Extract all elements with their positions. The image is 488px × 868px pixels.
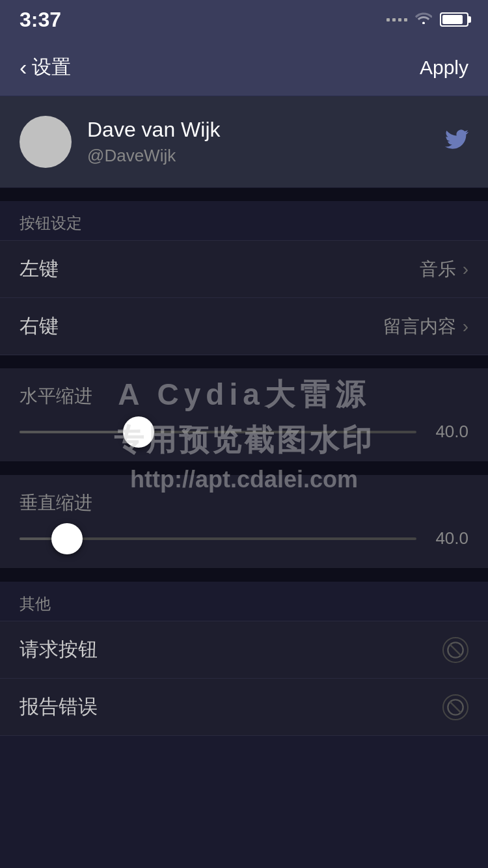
request-button-label: 请求按钮 — [20, 636, 98, 663]
battery-icon — [440, 12, 468, 27]
vertical-indent-row: 40.0 — [20, 528, 468, 549]
report-error-label: 报告错误 — [20, 694, 98, 720]
horizontal-indent-label: 水平缩进 — [20, 384, 468, 409]
right-key-label: 右键 — [20, 313, 59, 340]
left-key-value-container: 音乐 › — [420, 257, 468, 282]
left-key-chevron-icon: › — [463, 259, 468, 280]
others-header: 其他 — [0, 582, 488, 621]
right-key-item[interactable]: 右键 留言内容 › — [0, 298, 488, 355]
left-key-item[interactable]: 左键 音乐 › — [0, 241, 488, 298]
avatar — [20, 116, 72, 168]
vertical-indent-thumb[interactable] — [51, 523, 83, 554]
nav-bar: ‹ 设置 Apply — [0, 39, 488, 96]
profile-left: Dave van Wijk @DaveWijk — [20, 116, 221, 168]
left-key-label: 左键 — [20, 256, 59, 282]
separator-2 — [0, 355, 488, 368]
profile-info: Dave van Wijk @DaveWijk — [87, 118, 221, 166]
separator-3 — [0, 462, 488, 475]
horizontal-indent-thumb[interactable] — [123, 416, 154, 448]
separator-4 — [0, 569, 488, 582]
profile-section: Dave van Wijk @DaveWijk — [0, 96, 488, 188]
vertical-indent-section: 垂直缩进 40.0 — [0, 475, 488, 569]
horizontal-indent-row: 40.0 — [20, 422, 468, 442]
others-label: 其他 — [20, 595, 51, 612]
profile-name: Dave van Wijk — [87, 118, 221, 142]
vertical-indent-value: 40.0 — [429, 528, 468, 549]
report-error-item[interactable]: 报告错误 — [0, 679, 488, 736]
horizontal-indent-track[interactable] — [20, 431, 416, 433]
svg-point-2 — [448, 699, 463, 714]
report-error-disabled-icon — [442, 694, 468, 720]
vertical-indent-track[interactable] — [20, 537, 416, 540]
left-key-value: 音乐 — [420, 257, 456, 282]
right-key-chevron-icon: › — [463, 316, 468, 337]
svg-point-0 — [448, 642, 463, 657]
request-button-item[interactable]: 请求按钮 — [0, 621, 488, 679]
back-button[interactable]: ‹ 设置 — [20, 54, 71, 81]
horizontal-indent-value: 40.0 — [429, 422, 468, 442]
twitter-icon[interactable] — [445, 128, 468, 157]
status-time: 3:37 — [20, 8, 61, 32]
button-settings-header: 按钮设定 — [0, 201, 488, 241]
separator-1 — [0, 188, 488, 201]
svg-line-3 — [450, 701, 461, 712]
apply-button[interactable]: Apply — [420, 57, 468, 79]
request-button-disabled-icon — [442, 637, 468, 663]
back-label: 设置 — [32, 54, 71, 81]
profile-handle: @DaveWijk — [87, 146, 221, 166]
button-settings-label: 按钮设定 — [20, 214, 82, 232]
svg-line-1 — [450, 644, 461, 655]
right-key-value: 留言内容 — [383, 314, 456, 339]
status-icons — [386, 11, 468, 28]
back-chevron-icon: ‹ — [20, 55, 27, 80]
status-bar: 3:37 — [0, 0, 488, 39]
signal-icon — [386, 18, 407, 21]
wifi-icon — [415, 11, 432, 28]
vertical-indent-label: 垂直缩进 — [20, 491, 468, 515]
horizontal-indent-section: 水平缩进 40.0 — [0, 368, 488, 462]
right-key-value-container: 留言内容 › — [383, 314, 468, 339]
